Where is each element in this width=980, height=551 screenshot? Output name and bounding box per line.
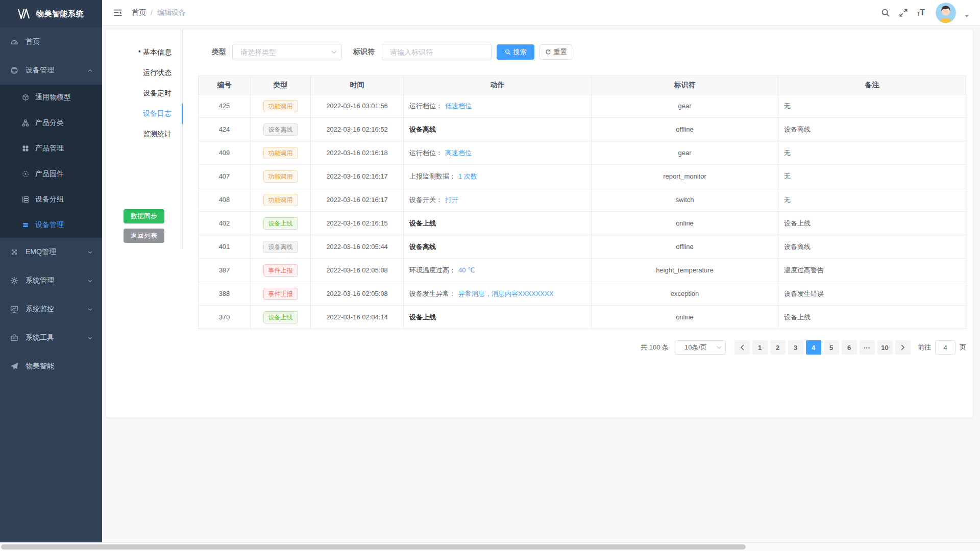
sidebar-menu: 首页 设备管理 通用物模型: [0, 28, 102, 381]
cell-remark: 设备上线: [778, 212, 966, 235]
monitor-icon: [10, 305, 18, 313]
sidebar-item-emq[interactable]: EMQ管理: [0, 238, 102, 266]
action-text: 运行档位：: [409, 149, 443, 157]
action-link[interactable]: 1 次数: [458, 172, 477, 180]
cell-time: 2022-03-16 02:16:52: [311, 118, 404, 141]
sidebar-item-device-management[interactable]: 设备管理: [0, 56, 102, 85]
cell-identifier: switch: [592, 188, 778, 212]
sidebar-item-device-list[interactable]: 设备管理: [0, 212, 102, 238]
type-select[interactable]: [232, 44, 342, 60]
caret-down-icon[interactable]: [965, 15, 969, 17]
fullscreen-icon[interactable]: [899, 8, 908, 17]
table-row: 402 设备上线 2022-03-16 02:16:15 设备上线 online…: [199, 212, 966, 235]
breadcrumb-home[interactable]: 首页: [132, 8, 146, 17]
search-button-label: 搜索: [513, 47, 527, 57]
cell-type: 功能调用: [251, 165, 311, 188]
back-to-list-button[interactable]: 返回列表: [124, 229, 164, 243]
reset-button[interactable]: 重置: [540, 44, 572, 60]
identifier-input-box: [382, 44, 492, 60]
cell-remark: 设备离线: [778, 235, 966, 259]
tab-run-status[interactable]: 运行状态: [106, 63, 182, 83]
sidebar-item-device-group[interactable]: 设备分组: [0, 187, 102, 212]
breadcrumb-separator: /: [151, 9, 153, 17]
cell-remark: 无: [778, 165, 966, 188]
reset-button-label: 重置: [554, 47, 567, 57]
sidebar-toggle-icon[interactable]: [113, 8, 122, 17]
tab-label: 运行状态: [143, 68, 172, 78]
tab-basic-info[interactable]: * 基本信息: [106, 42, 182, 63]
more-pages-button[interactable]: ···: [860, 340, 875, 355]
cell-time: 2022-03-16 03:01:56: [311, 94, 404, 118]
firmware-icon: [22, 170, 29, 178]
log-type-tag: 设备上线: [263, 311, 298, 323]
cell-remark: 设备上线: [778, 306, 966, 329]
action-text: 环境温度过高：: [409, 266, 456, 274]
action-link[interactable]: 打开: [445, 196, 458, 204]
sidebar-item-wumei-smart[interactable]: 物美智能: [0, 352, 102, 381]
search-icon[interactable]: [881, 8, 890, 17]
cell-action: 设备上线: [404, 306, 592, 329]
page-button[interactable]: 5: [824, 340, 839, 355]
column-header: 备注: [778, 76, 966, 94]
next-page-button[interactable]: [895, 340, 911, 355]
search-button[interactable]: 搜索: [497, 44, 534, 60]
cell-time: 2022-03-16 02:16:15: [311, 212, 404, 235]
sidebar-item-product-firmware[interactable]: 产品固件: [0, 161, 102, 187]
active-tab-indicator: [182, 104, 183, 124]
avatar[interactable]: [936, 3, 956, 23]
action-link[interactable]: 高速档位: [445, 149, 472, 157]
column-header: 时间: [311, 76, 404, 94]
goto-page-input[interactable]: [935, 340, 955, 355]
cell-action: 上报监测数据：1 次数: [404, 165, 592, 188]
sidebar-item-label: 系统管理: [26, 276, 54, 285]
tab-label: 设备日志: [143, 109, 172, 118]
column-header: 类型: [251, 76, 311, 94]
log-type-tag: 事件上报: [263, 264, 298, 277]
tab-device-log[interactable]: 设备日志: [106, 104, 182, 124]
data-sync-button[interactable]: 数据同步: [124, 209, 164, 223]
action-link[interactable]: 异常消息，消息内容XXXXXXXX: [458, 290, 553, 297]
device-management-icon: [10, 66, 18, 74]
page-button[interactable]: 10: [877, 340, 893, 355]
page-button[interactable]: 1: [752, 340, 768, 355]
page-button[interactable]: 2: [770, 340, 786, 355]
sidebar-item-thing-model[interactable]: 通用物模型: [0, 85, 102, 110]
sidebar-item-product-category[interactable]: 产品分类: [0, 110, 102, 136]
top-navbar: 首页 / 编辑设备 TT: [102, 0, 980, 26]
sidebar: 物美智能系统 首页 设备管理 通用物: [0, 0, 102, 551]
tab-label: 监测统计: [143, 130, 172, 139]
prev-page-button[interactable]: [734, 340, 750, 355]
type-select-input[interactable]: [232, 44, 342, 60]
font-size-icon[interactable]: TT: [917, 9, 925, 17]
cell-time: 2022-03-16 02:05:44: [311, 235, 404, 259]
page-button[interactable]: 3: [788, 340, 803, 355]
cell-id: 387: [199, 259, 251, 282]
page-content: * 基本信息 运行状态 设备定时 设备日志 监测统计 数据同步 返回列表: [102, 26, 980, 551]
tab-monitor-stats[interactable]: 监测统计: [106, 124, 182, 144]
sidebar-item-product-management[interactable]: 产品管理: [0, 136, 102, 161]
tab-device-timer[interactable]: 设备定时: [106, 83, 182, 104]
action-text: 运行档位：: [409, 102, 443, 110]
action-link[interactable]: 低速档位: [445, 102, 472, 110]
cell-time: 2022-03-16 02:16:17: [311, 188, 404, 212]
sidebar-item-system-monitor[interactable]: 系统监控: [0, 295, 102, 323]
sidebar-item-system-management[interactable]: 系统管理: [0, 266, 102, 295]
search-icon: [505, 49, 511, 55]
chevron-down-icon: [717, 346, 722, 349]
action-link[interactable]: 40 ℃: [458, 266, 475, 274]
column-header: 标识符: [592, 76, 778, 94]
page-size-select[interactable]: [675, 340, 726, 355]
horizontal-scrollbar[interactable]: [0, 542, 980, 551]
app-logo[interactable]: 物美智能系统: [0, 0, 102, 28]
sidebar-item-home[interactable]: 首页: [0, 28, 102, 56]
cell-identifier: online: [592, 306, 778, 329]
sidebar-item-system-tools[interactable]: 系统工具: [0, 323, 102, 352]
page-button-current[interactable]: 4: [806, 340, 821, 355]
identifier-input[interactable]: [382, 44, 492, 60]
scrollbar-thumb[interactable]: [1, 544, 746, 549]
refresh-icon: [545, 49, 551, 55]
page-button[interactable]: 6: [842, 340, 857, 355]
cell-action: 设备离线: [404, 118, 592, 141]
cell-time: 2022-03-16 02:04:14: [311, 306, 404, 329]
log-work-area: 类型 标识符 搜索: [183, 30, 973, 417]
